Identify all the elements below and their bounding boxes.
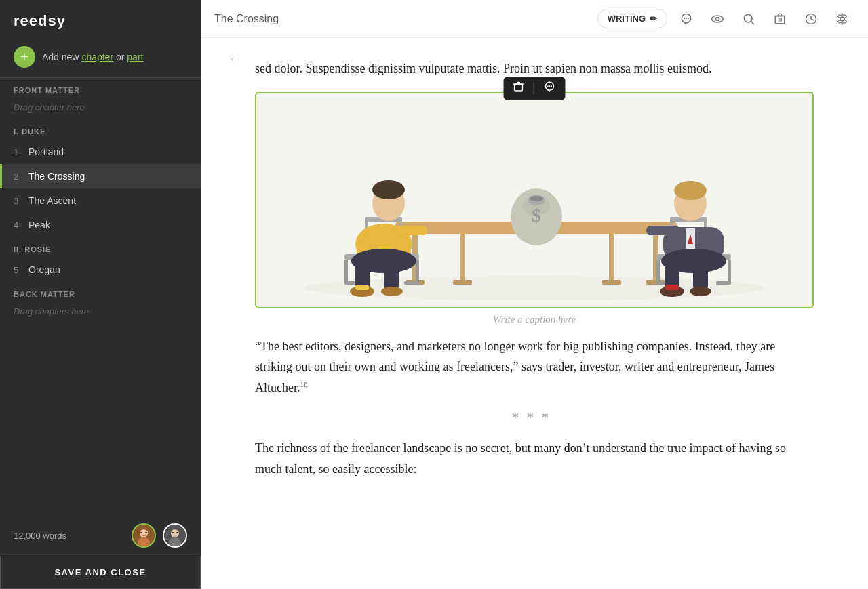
image-toolbar bbox=[504, 77, 566, 100]
svg-rect-20 bbox=[778, 14, 782, 16]
svg-point-13 bbox=[688, 18, 689, 19]
topbar: The Crossing WRITING ✏ bbox=[201, 0, 868, 38]
add-new-row: + Add new chapter or part bbox=[0, 39, 201, 78]
svg-rect-83 bbox=[665, 285, 679, 290]
add-new-label-before: Add new bbox=[42, 52, 81, 62]
svg-point-62 bbox=[381, 287, 403, 296]
comment-button[interactable] bbox=[674, 7, 698, 31]
image-caption[interactable]: Write a caption here bbox=[255, 314, 814, 325]
add-new-button[interactable]: + bbox=[14, 46, 35, 68]
writing-mode-label: WRITING bbox=[608, 14, 646, 24]
scene-break: *** bbox=[255, 410, 814, 426]
chapter-title-ascent: The Ascent bbox=[28, 195, 187, 206]
chapter-title-portland: Portland bbox=[28, 146, 187, 157]
avatar2-illustration bbox=[164, 525, 186, 546]
chapter-num-2: 2 bbox=[14, 171, 28, 182]
editor-area[interactable]: ‹ sed dolor. Suspendisse dignissim vulpu… bbox=[201, 38, 868, 589]
svg-point-31 bbox=[549, 85, 551, 87]
svg-rect-9 bbox=[176, 532, 178, 533]
svg-point-12 bbox=[686, 18, 687, 19]
chapter-num-3: 3 bbox=[14, 196, 28, 206]
svg-rect-71 bbox=[716, 281, 731, 285]
plus-icon: + bbox=[20, 49, 28, 64]
after-break-content: The richness of the freelancer landscape… bbox=[255, 441, 786, 476]
chapter-item-portland[interactable]: 1 Portland bbox=[0, 140, 201, 164]
sidebar-footer: 12,000 words bbox=[0, 514, 201, 548]
part-ii-label: II. ROSIE bbox=[0, 237, 201, 258]
add-new-text: Add new chapter or part bbox=[42, 52, 143, 62]
image-comment-icon[interactable] bbox=[544, 81, 556, 96]
svg-rect-50 bbox=[416, 260, 419, 283]
blockquote-content: “The best editors, designers, and market… bbox=[255, 340, 775, 394]
blockquote-text[interactable]: “The best editors, designers, and market… bbox=[255, 336, 814, 399]
svg-rect-68 bbox=[656, 260, 660, 283]
svg-rect-35 bbox=[460, 230, 465, 285]
svg-text:$: $ bbox=[532, 205, 541, 226]
svg-rect-40 bbox=[602, 280, 621, 285]
svg-point-85 bbox=[674, 181, 707, 200]
eye-icon bbox=[711, 12, 724, 26]
collapse-arrow-icon[interactable]: ‹ bbox=[231, 52, 235, 66]
svg-line-17 bbox=[751, 21, 754, 24]
delete-button[interactable] bbox=[768, 7, 792, 31]
meeting-illustration: $ bbox=[277, 98, 792, 302]
svg-point-32 bbox=[551, 85, 552, 87]
svg-rect-3 bbox=[140, 532, 142, 533]
save-close-button[interactable]: SAVE AND CLOSE bbox=[0, 556, 201, 589]
svg-rect-8 bbox=[172, 532, 174, 533]
chapter-title-crossing: The Crossing bbox=[28, 171, 187, 182]
avatar1-illustration bbox=[133, 525, 155, 546]
main-content: The Crossing WRITING ✏ bbox=[201, 0, 868, 589]
chapter-item-oregan[interactable]: 5 Oregan bbox=[0, 258, 201, 282]
avatar-user2[interactable] bbox=[163, 523, 187, 548]
logo: reedsy bbox=[0, 0, 201, 39]
svg-rect-52 bbox=[404, 281, 419, 285]
image-delete-icon[interactable] bbox=[513, 81, 524, 96]
toolbar-divider bbox=[534, 82, 534, 94]
preview-button[interactable] bbox=[705, 7, 730, 31]
chapter-title-peak: Peak bbox=[28, 220, 187, 230]
svg-point-11 bbox=[684, 18, 685, 19]
svg-rect-4 bbox=[145, 532, 147, 533]
document-title: The Crossing bbox=[214, 13, 591, 25]
history-icon bbox=[804, 12, 818, 26]
gear-icon bbox=[835, 12, 849, 26]
editor-text-after-break[interactable]: The richness of the freelancer landscape… bbox=[255, 438, 814, 479]
chapter-num-4: 4 bbox=[14, 220, 28, 230]
chapter-num-5: 5 bbox=[14, 265, 28, 275]
footnote-superscript: 10 bbox=[300, 380, 307, 388]
svg-rect-26 bbox=[515, 84, 523, 91]
edit-pencil-icon: ✏ bbox=[650, 14, 657, 24]
svg-rect-69 bbox=[728, 260, 731, 283]
svg-point-25 bbox=[840, 17, 844, 21]
part-i-label: I. DUKE bbox=[0, 119, 201, 140]
svg-rect-36 bbox=[609, 230, 614, 285]
chapter-item-ascent[interactable]: 3 The Ascent bbox=[0, 188, 201, 213]
chapter-item-peak[interactable]: 4 Peak bbox=[0, 213, 201, 237]
front-matter-label: FRONT MATTER bbox=[0, 78, 201, 97]
add-part-link[interactable]: part bbox=[127, 52, 143, 62]
chapter-num-1: 1 bbox=[14, 147, 28, 157]
svg-rect-39 bbox=[453, 280, 472, 285]
svg-point-65 bbox=[372, 180, 405, 199]
avatar-user1[interactable] bbox=[132, 523, 156, 548]
chapter-item-crossing[interactable]: 2 The Crossing bbox=[0, 164, 201, 188]
word-count: 12,000 words bbox=[14, 531, 125, 541]
image-frame: $ bbox=[255, 92, 814, 308]
add-chapter-link[interactable]: chapter bbox=[81, 52, 113, 62]
writing-mode-button[interactable]: WRITING ✏ bbox=[597, 9, 667, 28]
settings-button[interactable] bbox=[830, 7, 854, 31]
svg-point-47 bbox=[530, 196, 543, 201]
image-block: $ bbox=[255, 92, 814, 308]
comment-icon bbox=[679, 12, 693, 26]
history-button[interactable] bbox=[799, 7, 823, 31]
search-button[interactable] bbox=[736, 7, 761, 31]
svg-point-30 bbox=[547, 85, 549, 87]
svg-point-15 bbox=[716, 17, 719, 20]
chapter-title-oregan: Oregan bbox=[28, 264, 187, 275]
svg-rect-63 bbox=[355, 285, 369, 290]
search-icon bbox=[742, 12, 755, 26]
svg-point-14 bbox=[712, 16, 724, 22]
add-new-label-middle: or bbox=[113, 52, 127, 62]
back-matter-label: BACK MATTER bbox=[0, 282, 201, 301]
